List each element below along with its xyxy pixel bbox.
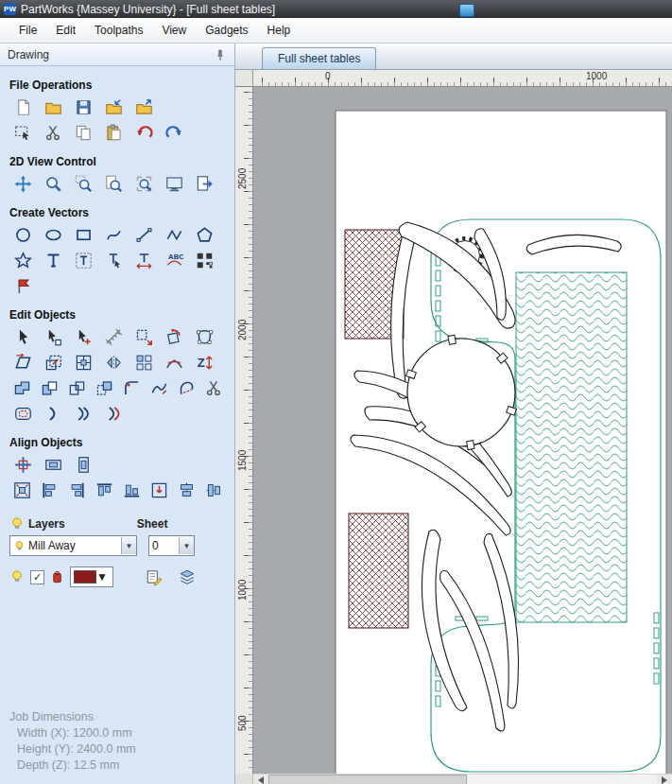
open-file-button[interactable] [40, 95, 67, 119]
align-to-sheet-button[interactable] [9, 478, 34, 502]
align-bottom-button[interactable] [120, 478, 145, 502]
layer-color-arrow-icon[interactable]: ▼ [96, 570, 108, 584]
measure-tool-button[interactable] [100, 324, 128, 349]
draw-rectangle-button[interactable] [70, 222, 97, 247]
subtract-vectors-button[interactable] [37, 375, 61, 400]
layer-color-select[interactable]: ▼ [70, 566, 113, 587]
fillet-tool-button[interactable] [120, 375, 145, 400]
draw-datamatrix-button[interactable] [191, 248, 218, 272]
layer-active-checkbox[interactable]: ✓ [30, 570, 44, 584]
text-kerning-button[interactable] [130, 248, 158, 272]
sheet-select-arrow-icon[interactable]: ▼ [179, 537, 194, 554]
hatch-panel-2-part[interactable] [349, 514, 408, 628]
import-vectors-button[interactable] [100, 95, 128, 119]
zoom-interactive-button[interactable] [40, 171, 67, 196]
edit-layers-button[interactable] [140, 565, 167, 589]
align-middle-h-button[interactable] [40, 452, 67, 477]
new-file-button[interactable] [9, 95, 37, 119]
align-center-v-button[interactable] [202, 478, 227, 502]
layer-lock-icon[interactable] [50, 570, 64, 584]
draw-ellipse-button[interactable] [40, 222, 67, 247]
draw-circle-button[interactable] [9, 222, 37, 247]
hinge-panel-part[interactable] [516, 272, 627, 622]
flip-horizontal-button[interactable] [40, 401, 67, 426]
rotate-selection-button[interactable] [161, 324, 188, 349]
mirror-object-button[interactable] [100, 350, 128, 375]
align-stack-button[interactable] [147, 478, 172, 502]
distort-object-button[interactable] [191, 324, 218, 349]
zoom-drawing-button[interactable] [100, 171, 128, 196]
text-select-button[interactable] [100, 248, 128, 272]
horizontal-scrollbar[interactable] [253, 774, 672, 784]
draw-curve-button[interactable] [161, 222, 188, 247]
menu-help[interactable]: Help [258, 20, 301, 41]
drawing-canvas[interactable] [253, 87, 672, 774]
save-file-button[interactable] [70, 95, 97, 119]
quick-select-button[interactable] [70, 324, 97, 349]
align-top-button[interactable] [92, 478, 116, 502]
pan-view-button[interactable] [9, 171, 37, 196]
z-move-button[interactable]: Z [191, 350, 218, 375]
menu-gadgets[interactable]: Gadgets [196, 20, 257, 41]
align-center-button[interactable] [9, 452, 37, 477]
menu-view[interactable]: View [152, 20, 196, 41]
menu-file[interactable]: File [9, 20, 46, 41]
text-box-button[interactable] [70, 248, 97, 272]
draw-star-icon [14, 252, 32, 270]
export-vectors-button[interactable] [130, 95, 158, 119]
open-file-icon [44, 98, 62, 116]
move-selection-button[interactable] [130, 324, 158, 349]
tab-full-sheet-tables[interactable]: Full sheet tables [262, 47, 376, 69]
flip-diagonal-button[interactable] [100, 401, 128, 426]
paste-along-curve-button[interactable] [161, 350, 188, 375]
layer-select[interactable]: Mill Away ▼ [9, 535, 137, 556]
draw-text-button[interactable] [40, 248, 67, 272]
align-left-button[interactable] [37, 478, 61, 502]
ruler-v-label-1000: 1000 [237, 580, 248, 601]
align-middle-v-button[interactable] [70, 452, 97, 477]
layers-bulb-icon [9, 516, 25, 531]
cut-button[interactable] [40, 120, 67, 145]
redo-button[interactable] [161, 120, 188, 145]
zoom-sheet-button[interactable] [161, 171, 188, 196]
undo-button[interactable] [130, 120, 158, 145]
trim-vectors-button[interactable] [64, 375, 89, 400]
join-vectors-button[interactable] [175, 375, 199, 400]
align-center-h-button[interactable] [175, 478, 199, 502]
draw-polygon-button[interactable] [191, 222, 218, 247]
text-on-curve-button[interactable]: ABC [161, 248, 188, 272]
zoom-selected-button[interactable] [130, 171, 158, 196]
draw-star-button[interactable] [9, 248, 37, 272]
menu-toolpaths[interactable]: Toolpaths [85, 20, 152, 41]
align-right-button[interactable] [64, 478, 89, 502]
paste-button[interactable] [100, 120, 128, 145]
menu-edit[interactable]: Edit [46, 20, 85, 41]
center-in-sheet-button[interactable] [70, 350, 97, 375]
offset-vectors-button[interactable] [9, 401, 37, 426]
layer-stack-button[interactable] [173, 565, 200, 589]
pin-icon[interactable] [214, 48, 227, 61]
select-tool-button[interactable] [9, 324, 37, 349]
layer-visibility-bulb-icon[interactable] [9, 569, 25, 584]
layer-select-arrow-icon[interactable]: ▼ [121, 537, 136, 554]
weld-vectors-button[interactable] [9, 375, 34, 400]
scale-object-button[interactable] [40, 350, 67, 375]
dimension-flag-button[interactable] [9, 273, 37, 298]
shear-object-button[interactable] [9, 350, 37, 375]
switch-view-button[interactable] [191, 171, 218, 196]
zoom-box-button[interactable] [70, 171, 97, 196]
draw-line-button[interactable] [130, 222, 158, 247]
curve-fit-button[interactable] [147, 375, 172, 400]
scroll-left-button[interactable] [253, 775, 268, 784]
snip-vectors-button[interactable] [202, 375, 227, 400]
copy-button[interactable] [70, 120, 97, 145]
array-copy-button[interactable] [130, 350, 158, 375]
node-edit-button[interactable] [40, 324, 67, 349]
sheet-select[interactable]: 0 ▼ [148, 535, 195, 556]
flip-vertical-button[interactable] [70, 401, 97, 426]
scroll-right-button[interactable] [657, 775, 672, 784]
scrollbar-thumb[interactable] [268, 775, 467, 784]
draw-polyline-button[interactable] [100, 222, 128, 247]
select-marquee-button[interactable] [9, 120, 37, 145]
keep-overlap-button[interactable] [92, 375, 116, 400]
